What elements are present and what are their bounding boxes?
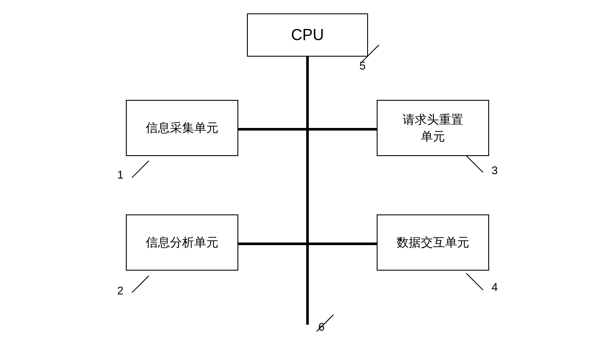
- bus-ref-label: 6: [318, 320, 324, 334]
- tick-line-4: [466, 273, 483, 290]
- node-label-1: 1: [117, 168, 123, 182]
- tick-line-2: [131, 275, 149, 293]
- info-collect-label: 信息采集单元: [146, 119, 218, 136]
- vertical-bus-line: [306, 57, 309, 325]
- tick-line-1: [131, 160, 149, 178]
- request-header-reset-box: 请求头重置 单元: [377, 100, 489, 156]
- data-exchange-box: 数据交互单元: [377, 214, 489, 271]
- cpu-label: CPU: [291, 24, 324, 46]
- tick-line-3: [466, 155, 483, 172]
- node-label-2: 2: [117, 284, 123, 297]
- data-exchange-label: 数据交互单元: [397, 234, 469, 251]
- diagram: CPU 信息采集单元 请求头重置 单元 信息分析单元 数据交互单元 1 2 3 …: [113, 13, 502, 351]
- node-label-4: 4: [492, 281, 498, 294]
- request-header-reset-label: 请求头重置 单元: [403, 111, 463, 145]
- node-label-3: 3: [492, 164, 498, 177]
- cpu-ref-label: 5: [359, 59, 365, 73]
- cpu-box: CPU: [247, 13, 368, 57]
- info-analysis-box: 信息分析单元: [126, 214, 238, 271]
- info-analysis-label: 信息分析单元: [146, 234, 218, 251]
- info-collect-box: 信息采集单元: [126, 100, 238, 156]
